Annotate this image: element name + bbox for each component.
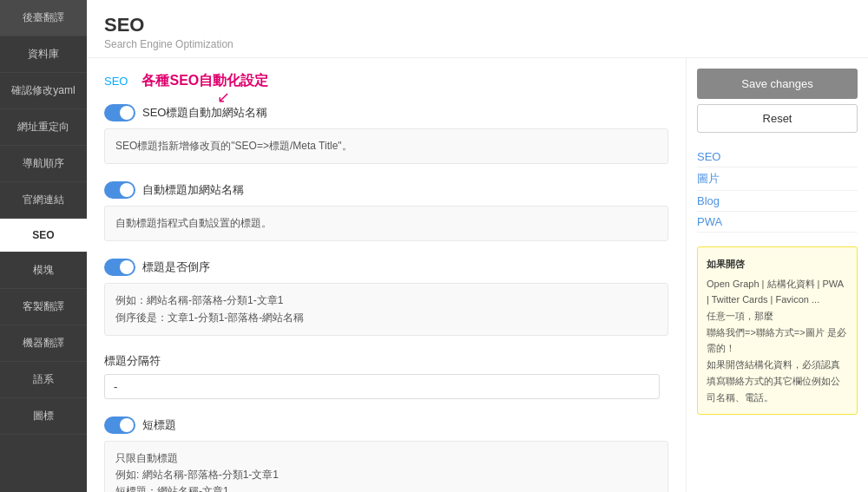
arrow-icon: ↙ xyxy=(217,88,230,107)
nav-link-seo[interactable]: SEO xyxy=(697,147,858,167)
sidebar-item-icons[interactable]: 圖標 xyxy=(0,398,87,435)
setting-desc-1: SEO標題指新增修改頁的"SEO=>標題/Meta Title"。 xyxy=(104,128,668,164)
setting-desc-short: 只限自動標題例如: 網站名稱-部落格-分類1-文章1短標題：網站名稱-文章1(3… xyxy=(104,441,668,492)
right-sidebar: Save changes Reset SEO 圖片 Blog PWA 如果開啓 … xyxy=(686,58,868,492)
toggle-seo-title[interactable] xyxy=(104,104,135,121)
toggle-auto-title[interactable] xyxy=(104,181,135,199)
info-title: 如果開啓 xyxy=(707,256,848,272)
nav-link-pwa[interactable]: PWA xyxy=(697,212,858,233)
setting-separator: 標題分隔符 xyxy=(104,353,668,399)
page-content: SEO 各種SEO自動化設定 ↙ SEO標題自動加網站名稱 SEO標題指新增修改… xyxy=(87,58,686,492)
sidebar-item-official-links[interactable]: 官網連結 xyxy=(0,182,87,219)
setting-seo-title-auto: SEO標題自動加網站名稱 SEO標題指新增修改頁的"SEO=>標題/Meta T… xyxy=(104,104,668,164)
setting-header-short: 短標題 xyxy=(104,417,668,434)
info-box: 如果開啓 Open Graph | 結構化資料 | PWA | Twitter … xyxy=(697,246,858,415)
tab-seo[interactable]: SEO xyxy=(104,75,128,88)
info-links: Open Graph | 結構化資料 | PWA | Twitter Cards… xyxy=(707,276,848,308)
page-subtitle: Search Engine Optimization xyxy=(104,38,851,50)
separator-input[interactable] xyxy=(104,374,660,399)
sidebar-item-modules[interactable]: 模塊 xyxy=(0,253,87,289)
toggle-short-title[interactable] xyxy=(104,417,135,434)
nav-link-blog[interactable]: Blog xyxy=(697,191,858,212)
sidebar-item-backend-translate[interactable]: 後臺翻譯 xyxy=(0,0,87,36)
setting-label-short: 短標題 xyxy=(142,417,176,433)
setting-desc-2: 自動標題指程式自動設置的標題。 xyxy=(104,206,668,241)
tab-title: 各種SEO自動化設定 xyxy=(141,72,268,90)
separator-label: 標題分隔符 xyxy=(104,353,668,369)
setting-desc-3: 例如：網站名稱-部落格-分類1-文章1倒序後是：文章1-分類1-部落格-網站名稱 xyxy=(104,283,668,335)
page-header: SEO Search Engine Optimization xyxy=(87,0,868,58)
page-title: SEO xyxy=(104,14,851,36)
nav-link-images[interactable]: 圖片 xyxy=(697,167,858,191)
setting-header-2: 自動標題加網站名稱 xyxy=(104,181,668,199)
info-text2: 聯絡我們=>聯絡方式=>圖片 是必需的！ xyxy=(707,325,848,357)
nav-links: SEO 圖片 Blog PWA xyxy=(697,147,858,233)
sidebar-item-redirect[interactable]: 網址重定向 xyxy=(0,109,87,146)
main-panel: SEO Search Engine Optimization SEO 各種SEO… xyxy=(87,0,868,492)
sidebar: 後臺翻譯 資料庫 確認修改yaml 網址重定向 導航順序 官網連結 SEO 模塊… xyxy=(0,0,87,492)
setting-label-2: 自動標題加網站名稱 xyxy=(142,182,244,198)
info-text1: 任意一項，那麼 xyxy=(707,308,848,325)
sidebar-item-database[interactable]: 資料庫 xyxy=(0,36,87,73)
sidebar-item-confirm-yaml[interactable]: 確認修改yaml xyxy=(0,73,87,109)
page-tabs: SEO 各種SEO自動化設定 ↙ xyxy=(104,72,668,90)
setting-header-3: 標題是否倒序 xyxy=(104,259,668,276)
setting-header-1: SEO標題自動加網站名稱 xyxy=(104,104,668,121)
content-area: SEO 各種SEO自動化設定 ↙ SEO標題自動加網站名稱 SEO標題指新增修改… xyxy=(87,58,868,492)
setting-title-reverse: 標題是否倒序 例如：網站名稱-部落格-分類1-文章1倒序後是：文章1-分類1-部… xyxy=(104,259,668,335)
sidebar-item-seo[interactable]: SEO xyxy=(0,219,87,253)
sidebar-item-nav-order[interactable]: 導航順序 xyxy=(0,146,87,182)
reset-button[interactable]: Reset xyxy=(697,104,858,133)
setting-auto-title: 自動標題加網站名稱 自動標題指程式自動設置的標題。 xyxy=(104,181,668,241)
save-button[interactable]: Save changes xyxy=(697,69,858,99)
setting-short-title: 短標題 只限自動標題例如: 網站名稱-部落格-分類1-文章1短標題：網站名稱-文… xyxy=(104,417,668,492)
info-text3: 如果開啓結構化資料，必須認真填寫聯絡方式的其它欄位例如公司名稱、電話。 xyxy=(707,357,848,405)
sidebar-item-custom-translate[interactable]: 客製翻譯 xyxy=(0,289,87,325)
setting-label-3: 標題是否倒序 xyxy=(142,259,210,275)
setting-label-1: SEO標題自動加網站名稱 xyxy=(142,105,267,121)
toggle-title-reverse[interactable] xyxy=(104,259,135,276)
sidebar-item-machine-translate[interactable]: 機器翻譯 xyxy=(0,325,87,362)
sidebar-item-language[interactable]: 語系 xyxy=(0,362,87,398)
